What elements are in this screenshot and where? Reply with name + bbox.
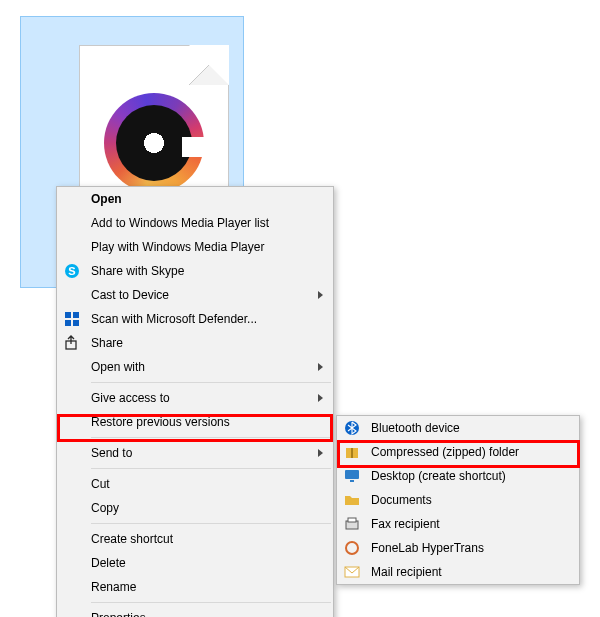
submenu-arrow-icon xyxy=(318,449,323,457)
submenu-arrow-icon xyxy=(318,363,323,371)
ctx-give-access-to[interactable]: Give access to xyxy=(57,386,333,410)
sendto-bluetooth-device[interactable]: Bluetooth device xyxy=(337,416,579,440)
share-icon xyxy=(64,335,80,351)
submenu-arrow-icon xyxy=(318,291,323,299)
defender-icon xyxy=(64,311,80,327)
svg-rect-4 xyxy=(65,320,71,326)
sendto-desktop-create-shortcut[interactable]: Desktop (create shortcut) xyxy=(337,464,579,488)
menu-item-label: Cast to Device xyxy=(91,288,169,302)
ctx-add-to-windows-media-player-list[interactable]: Add to Windows Media Player list xyxy=(57,211,333,235)
ctx-cast-to-device[interactable]: Cast to Device xyxy=(57,283,333,307)
menu-item-label: Restore previous versions xyxy=(91,415,230,429)
menu-item-label: Open xyxy=(91,192,122,206)
menu-item-label: Desktop (create shortcut) xyxy=(371,469,506,483)
bluetooth-icon xyxy=(344,420,360,436)
ctx-open-with[interactable]: Open with xyxy=(57,355,333,379)
svg-rect-11 xyxy=(350,480,354,482)
record-icon xyxy=(104,93,204,193)
menu-separator xyxy=(91,468,331,469)
sendto-fax-recipient[interactable]: Fax recipient xyxy=(337,512,579,536)
ctx-rename[interactable]: Rename xyxy=(57,575,333,599)
desktop-icon xyxy=(344,468,360,484)
ctx-delete[interactable]: Delete xyxy=(57,551,333,575)
menu-item-label: Play with Windows Media Player xyxy=(91,240,264,254)
sendto-fonelab-hypertrans[interactable]: FoneLab HyperTrans xyxy=(337,536,579,560)
menu-item-label: Cut xyxy=(91,477,110,491)
ctx-share[interactable]: Share xyxy=(57,331,333,355)
ctx-send-to[interactable]: Send to xyxy=(57,441,333,465)
menu-item-label: Fax recipient xyxy=(371,517,440,531)
send-to-submenu: Bluetooth deviceCompressed (zipped) fold… xyxy=(336,415,580,585)
menu-item-label: Bluetooth device xyxy=(371,421,460,435)
menu-item-label: Documents xyxy=(371,493,432,507)
menu-item-label: Share xyxy=(91,336,123,350)
menu-item-label: Open with xyxy=(91,360,145,374)
svg-rect-9 xyxy=(351,448,353,458)
ctx-cut[interactable]: Cut xyxy=(57,472,333,496)
fax-icon xyxy=(344,516,360,532)
app-icon xyxy=(344,540,360,556)
svg-rect-5 xyxy=(73,320,79,326)
svg-rect-3 xyxy=(73,312,79,318)
menu-item-label: Properties xyxy=(91,611,146,617)
ctx-open[interactable]: Open xyxy=(57,187,333,211)
menu-separator xyxy=(91,437,331,438)
sendto-mail-recipient[interactable]: Mail recipient xyxy=(337,560,579,584)
svg-point-14 xyxy=(346,542,358,554)
svg-rect-2 xyxy=(65,312,71,318)
ctx-share-with-skype[interactable]: SShare with Skype xyxy=(57,259,333,283)
dogear-icon xyxy=(189,45,229,85)
menu-item-label: Give access to xyxy=(91,391,170,405)
menu-separator xyxy=(91,382,331,383)
ctx-play-with-windows-media-player[interactable]: Play with Windows Media Player xyxy=(57,235,333,259)
menu-item-label: Delete xyxy=(91,556,126,570)
context-menu: OpenAdd to Windows Media Player listPlay… xyxy=(56,186,334,617)
ctx-properties[interactable]: Properties xyxy=(57,606,333,617)
skype-icon: S xyxy=(64,263,80,279)
menu-item-label: FoneLab HyperTrans xyxy=(371,541,484,555)
menu-item-label: Rename xyxy=(91,580,136,594)
submenu-arrow-icon xyxy=(318,394,323,402)
menu-item-label: Mail recipient xyxy=(371,565,442,579)
mail-icon xyxy=(344,564,360,580)
folder-icon xyxy=(344,492,360,508)
ctx-restore-previous-versions[interactable]: Restore previous versions xyxy=(57,410,333,434)
menu-item-label: Create shortcut xyxy=(91,532,173,546)
menu-item-label: Compressed (zipped) folder xyxy=(371,445,519,459)
zip-icon xyxy=(344,444,360,460)
menu-item-label: Send to xyxy=(91,446,132,460)
svg-text:S: S xyxy=(68,265,75,277)
ctx-create-shortcut[interactable]: Create shortcut xyxy=(57,527,333,551)
menu-item-label: Add to Windows Media Player list xyxy=(91,216,269,230)
svg-rect-10 xyxy=(345,470,359,479)
svg-rect-13 xyxy=(348,518,356,522)
menu-separator xyxy=(91,523,331,524)
sendto-compressed-zipped-folder[interactable]: Compressed (zipped) folder xyxy=(337,440,579,464)
menu-separator xyxy=(91,602,331,603)
ctx-copy[interactable]: Copy xyxy=(57,496,333,520)
ctx-scan-with-microsoft-defender[interactable]: Scan with Microsoft Defender... xyxy=(57,307,333,331)
sendto-documents[interactable]: Documents xyxy=(337,488,579,512)
menu-item-label: Share with Skype xyxy=(91,264,184,278)
menu-item-label: Copy xyxy=(91,501,119,515)
menu-item-label: Scan with Microsoft Defender... xyxy=(91,312,257,326)
